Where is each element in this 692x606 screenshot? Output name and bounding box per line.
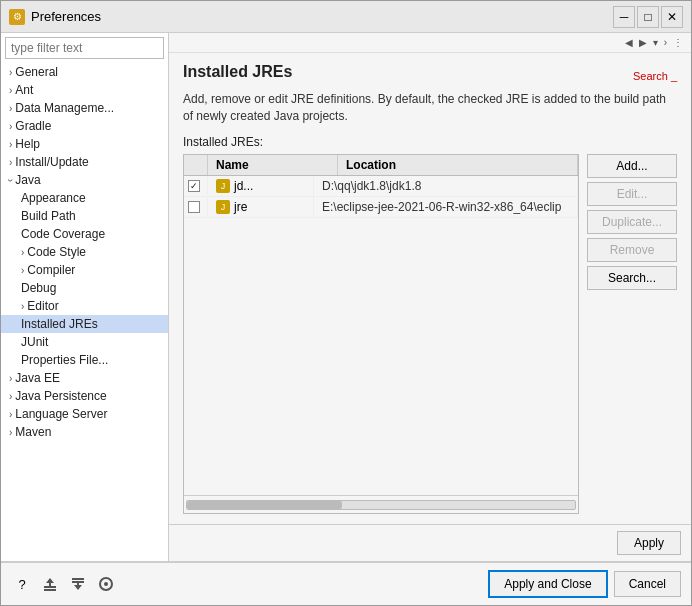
scrollbar-track[interactable] — [186, 500, 576, 510]
row-name-jre: J jre — [208, 197, 314, 217]
jre-checkbox[interactable] — [188, 201, 200, 213]
sidebar-tree: ›General ›Ant ›Data Manageme... ›Gradle … — [1, 63, 168, 561]
back-button[interactable]: ◀ — [623, 36, 635, 49]
sidebar-item-gradle[interactable]: ›Gradle — [1, 117, 168, 135]
sidebar-item-data-management[interactable]: ›Data Manageme... — [1, 99, 168, 117]
sidebar-item-java[interactable]: ›Java — [1, 171, 168, 189]
section-label: Installed JREs: — [183, 135, 677, 149]
apply-button[interactable]: Apply — [617, 531, 681, 555]
import-svg — [70, 576, 86, 592]
sidebar-item-install-update[interactable]: ›Install/Update — [1, 153, 168, 171]
restore-svg — [98, 576, 114, 592]
restore-icon[interactable] — [95, 573, 117, 595]
row-location-jdk: D:\qq\jdk1.8\jdk1.8 — [314, 176, 578, 196]
table-row[interactable]: J jd... D:\qq\jdk1.8\jdk1.8 — [184, 176, 578, 197]
panel-description: Add, remove or edit JRE definitions. By … — [183, 91, 677, 125]
panel-title: Installed JREs — [183, 63, 292, 81]
panel-content: Installed JREs Search _ Add, remove or e… — [169, 53, 691, 524]
jre-table-area: Name Location J jd... — [183, 154, 677, 514]
cancel-button[interactable]: Cancel — [614, 571, 681, 597]
sidebar-item-help[interactable]: ›Help — [1, 135, 168, 153]
filter-input[interactable] — [5, 37, 164, 59]
sidebar-item-editor[interactable]: ›Editor — [1, 297, 168, 315]
jdk-icon: J — [216, 179, 230, 193]
bottom-area: Apply — [169, 524, 691, 561]
sidebar-item-java-persistence[interactable]: ›Java Persistence — [1, 387, 168, 405]
row-name-jdk: J jd... — [208, 176, 314, 196]
svg-marker-5 — [74, 582, 82, 590]
svg-rect-1 — [44, 589, 56, 591]
sidebar-item-language-server[interactable]: ›Language Server — [1, 405, 168, 423]
svg-marker-2 — [46, 578, 54, 586]
row-check-jre[interactable] — [184, 198, 208, 216]
preferences-window: ⚙ Preferences ─ □ ✕ ›General ›Ant ›Data … — [0, 0, 692, 606]
export-icon[interactable] — [39, 573, 61, 595]
add-button[interactable]: Add... — [587, 154, 677, 178]
close-button[interactable]: ✕ — [661, 6, 683, 28]
th-location: Location — [338, 155, 578, 175]
sidebar-item-ant[interactable]: ›Ant — [1, 81, 168, 99]
apply-close-button[interactable]: Apply and Close — [488, 570, 607, 598]
sidebar-item-appearance[interactable]: Appearance — [1, 189, 168, 207]
sidebar: ›General ›Ant ›Data Manageme... ›Gradle … — [1, 33, 169, 561]
nav-menu-button[interactable]: › — [662, 36, 669, 49]
import-icon[interactable] — [67, 573, 89, 595]
table-header: Name Location — [184, 155, 578, 176]
panel-toolbar: ◀ ▶ ▾ › ⋮ — [169, 33, 691, 53]
forward-button[interactable]: ▶ — [637, 36, 649, 49]
scrollbar-thumb[interactable] — [187, 501, 342, 509]
row-location-jre: E:\eclipse-jee-2021-06-R-win32-x86_64\ec… — [314, 197, 578, 217]
export-svg — [42, 576, 58, 592]
edit-button[interactable]: Edit... — [587, 182, 677, 206]
main-content: ›General ›Ant ›Data Manageme... ›Gradle … — [1, 33, 691, 561]
sidebar-item-build-path[interactable]: Build Path — [1, 207, 168, 225]
help-icon[interactable]: ? — [11, 573, 33, 595]
footer-left: ? — [11, 573, 117, 595]
sidebar-item-junit[interactable]: JUnit — [1, 333, 168, 351]
jre-table: Name Location J jd... — [183, 154, 579, 514]
search-annotation: Search _ — [633, 70, 677, 82]
row-check-jdk[interactable] — [184, 177, 208, 195]
horizontal-scrollbar[interactable] — [184, 495, 578, 513]
svg-rect-3 — [72, 578, 84, 580]
footer-right: Apply and Close Cancel — [488, 570, 681, 598]
sidebar-item-maven[interactable]: ›Maven — [1, 423, 168, 441]
minimize-button[interactable]: ─ — [613, 6, 635, 28]
sidebar-item-general[interactable]: ›General — [1, 63, 168, 81]
duplicate-button[interactable]: Duplicate... — [587, 210, 677, 234]
window-icon: ⚙ — [9, 9, 25, 25]
table-row[interactable]: J jre E:\eclipse-jee-2021-06-R-win32-x86… — [184, 197, 578, 218]
jre-action-buttons: Add... Edit... Duplicate... Remove Searc… — [587, 154, 677, 514]
sidebar-item-code-style[interactable]: ›Code Style — [1, 243, 168, 261]
svg-rect-0 — [44, 586, 56, 588]
window-title: Preferences — [31, 9, 101, 24]
sidebar-item-debug[interactable]: Debug — [1, 279, 168, 297]
sidebar-item-java-ee[interactable]: ›Java EE — [1, 369, 168, 387]
title-bar: ⚙ Preferences ─ □ ✕ — [1, 1, 691, 33]
dropdown-button[interactable]: ▾ — [651, 36, 660, 49]
jre-icon: J — [216, 200, 230, 214]
th-name: Name — [208, 155, 338, 175]
sidebar-item-code-coverage[interactable]: Code Coverage — [1, 225, 168, 243]
jdk-checkbox[interactable] — [188, 180, 200, 192]
sidebar-item-installed-jres[interactable]: Installed JREs — [1, 315, 168, 333]
more-button[interactable]: ⋮ — [671, 36, 685, 49]
sidebar-item-properties-file[interactable]: Properties File... — [1, 351, 168, 369]
th-check — [184, 155, 208, 175]
footer: ? — [1, 561, 691, 605]
maximize-button[interactable]: □ — [637, 6, 659, 28]
remove-button[interactable]: Remove — [587, 238, 677, 262]
svg-point-7 — [104, 582, 108, 586]
table-body: J jd... D:\qq\jdk1.8\jdk1.8 J — [184, 176, 578, 495]
right-panel: ◀ ▶ ▾ › ⋮ Installed JREs Search _ Add, r… — [169, 33, 691, 561]
sidebar-item-compiler[interactable]: ›Compiler — [1, 261, 168, 279]
search-button[interactable]: Search... — [587, 266, 677, 290]
